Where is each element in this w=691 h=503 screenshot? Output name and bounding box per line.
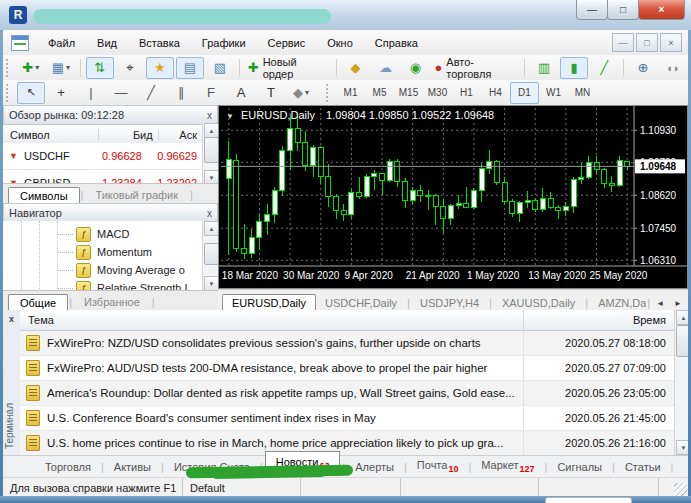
- crosshair-button[interactable]: +: [47, 82, 75, 104]
- chart-tab-1[interactable]: USDCHF,Daily: [316, 295, 406, 311]
- terminal-tab-маркет[interactable]: Маркет127: [473, 456, 542, 477]
- trendline-button[interactable]: ╱: [137, 82, 165, 104]
- timeframe-m5-button[interactable]: M5: [365, 82, 394, 104]
- news-row-0[interactable]: FxWirePro: NZD/USD consolidates previous…: [20, 331, 674, 356]
- news-row-1[interactable]: FxWirePro: AUD/USD tests 200-DMA resista…: [20, 356, 674, 381]
- terminal-tab-алерты[interactable]: Алерты: [347, 458, 402, 476]
- menu-item-2[interactable]: Вставка: [128, 33, 191, 53]
- chart-tab-2[interactable]: USDJPY,H4: [411, 295, 488, 311]
- auto-trading-button[interactable]: ●Авто-торговля: [431, 57, 519, 79]
- chart-tab-4[interactable]: AMZN,Daily: [589, 295, 646, 311]
- metaeditor-button[interactable]: ◆: [341, 57, 369, 79]
- equidistant-channel-button[interactable]: ∥: [167, 82, 195, 104]
- terminal-toggle-button[interactable]: ▤: [176, 57, 204, 79]
- strategy-tester-button[interactable]: ▧: [206, 57, 234, 79]
- chart-line-button[interactable]: ╱: [590, 57, 618, 79]
- market-watch-scrollbar[interactable]: ▲ ▼: [202, 123, 218, 185]
- cursor-button[interactable]: ↖: [17, 82, 45, 104]
- column-symbol[interactable]: Символ: [3, 129, 98, 141]
- navigator-tab-0[interactable]: Общие: [8, 294, 68, 311]
- text-button[interactable]: A: [227, 82, 255, 104]
- chevron-down-icon[interactable]: ▾: [35, 63, 39, 72]
- navigator-close-icon[interactable]: x: [207, 208, 212, 219]
- toolbar-grip[interactable]: [6, 59, 13, 77]
- zoom-in-button[interactable]: ⊕: [629, 57, 657, 79]
- scroll-left-icon[interactable]: ◄: [651, 299, 669, 308]
- menu-item-3[interactable]: Графики: [191, 33, 257, 53]
- column-time[interactable]: Время: [523, 310, 674, 330]
- resize-grip[interactable]: [674, 483, 687, 496]
- data-window-button[interactable]: ⌖: [116, 57, 144, 79]
- news-row-4[interactable]: U.S. home prices continue to rise in Mar…: [20, 431, 674, 456]
- new-order-button[interactable]: ✚Новый ордер: [245, 57, 331, 79]
- chart-tab-0[interactable]: EURUSD,Daily: [222, 294, 316, 311]
- text-label-button[interactable]: T: [257, 82, 285, 104]
- navigator-item-1[interactable]: ƒMomentum: [57, 243, 152, 261]
- terminal-close-icon[interactable]: x: [6, 314, 17, 325]
- navigator-item-0[interactable]: ƒMACD: [57, 225, 129, 243]
- chart-candles-button[interactable]: ▮: [560, 57, 588, 79]
- navigator-header: Навигатор x: [3, 203, 218, 223]
- terminal-tab-почта[interactable]: Почта10: [409, 456, 467, 477]
- menu-item-6[interactable]: Справка: [364, 33, 429, 53]
- terminal-tab-label: Торговля: [45, 461, 91, 473]
- terminal-tab-сигналы[interactable]: Сигналы: [549, 458, 610, 476]
- timeframe-m15-button[interactable]: M15: [394, 82, 423, 104]
- terminal-tab-активы[interactable]: Активы: [106, 458, 159, 476]
- child-minimize-button[interactable]: —: [612, 33, 634, 52]
- chat-button[interactable]: ◖◗: [659, 57, 687, 79]
- child-restore-button[interactable]: □: [636, 33, 658, 52]
- maximize-button[interactable]: □: [607, 0, 639, 20]
- timeframe-m1-button[interactable]: M1: [336, 82, 365, 104]
- signals-button[interactable]: ◉: [401, 57, 429, 79]
- fibonacci-button[interactable]: F: [197, 82, 225, 104]
- virtual-hosting-button[interactable]: ☁: [371, 57, 399, 79]
- market-watch-close-icon[interactable]: x: [207, 110, 212, 121]
- timeframe-h4-button[interactable]: H4: [481, 82, 510, 104]
- terminal-tab-статьи[interactable]: Статьи: [617, 458, 669, 476]
- child-close-button[interactable]: ×: [660, 33, 682, 52]
- column-bid[interactable]: Бид: [98, 129, 158, 141]
- scroll-right-icon[interactable]: ►: [669, 299, 687, 308]
- timeframe-d1-button[interactable]: D1: [510, 82, 539, 104]
- candlestick-chart[interactable]: 1.109301.097901.086201.074501.063101.096…: [219, 106, 687, 288]
- vertical-line-button[interactable]: |: [77, 82, 105, 104]
- menu-item-5[interactable]: Окно: [316, 33, 364, 53]
- menu-item-4[interactable]: Сервис: [257, 33, 317, 53]
- chevron-down-icon[interactable]: ▾: [66, 63, 70, 72]
- toolbar-grip[interactable]: [6, 84, 13, 102]
- news-row-3[interactable]: U.S. Conference Board's consumer sentime…: [20, 406, 674, 431]
- minimize-button[interactable]: —: [576, 0, 608, 20]
- market-watch-toggle-button[interactable]: ⇅: [86, 57, 114, 79]
- profiles-button[interactable]: ▦▾: [47, 57, 75, 79]
- timeframe-h1-button[interactable]: H1: [452, 82, 481, 104]
- terminal-tab-торговля[interactable]: Торговля: [37, 458, 99, 476]
- column-ask[interactable]: Аск: [158, 129, 202, 141]
- close-button[interactable]: ×: [638, 0, 685, 20]
- menu-item-1[interactable]: Вид: [86, 33, 128, 53]
- menu-item-0[interactable]: Файл: [37, 33, 86, 53]
- horizontal-line-button[interactable]: —: [107, 82, 135, 104]
- new-chart-button[interactable]: ✚▾: [17, 57, 45, 79]
- chart-collapse-icon[interactable]: ▼: [226, 112, 234, 121]
- toolbar-grip[interactable]: [326, 84, 333, 102]
- shapes-button[interactable]: ◆▾: [287, 82, 315, 104]
- chart-window[interactable]: 1.109301.097901.086201.074501.063101.096…: [218, 105, 688, 289]
- navigator-item-2[interactable]: ƒMoving Average o: [57, 261, 185, 279]
- market-watch-tab-1[interactable]: Тиковый график: [84, 187, 189, 203]
- tab-badge-count: 127: [520, 464, 535, 474]
- navigator-scrollbar[interactable]: ▲ ▼: [202, 221, 218, 291]
- navigator-tab-1[interactable]: Избранное: [73, 294, 151, 310]
- timeframe-m30-button[interactable]: M30: [423, 82, 452, 104]
- column-topic[interactable]: Тема: [20, 314, 523, 326]
- navigator-toggle-button[interactable]: ★: [146, 57, 174, 79]
- status-profile[interactable]: Default: [183, 478, 301, 497]
- chevron-down-icon[interactable]: ▾: [305, 88, 309, 97]
- market-watch-tab-0[interactable]: Символы: [8, 187, 80, 204]
- chart-tab-3[interactable]: XAUUSD,Daily: [493, 295, 584, 311]
- timeframe-w1-button[interactable]: W1: [539, 82, 568, 104]
- timeframe-mn-button[interactable]: MN: [568, 82, 597, 104]
- chart-bars-button[interactable]: ▥: [530, 57, 558, 79]
- market-watch-row-usdchf[interactable]: ▼USDCHF0.966280.96629: [3, 143, 202, 170]
- news-row-2[interactable]: America's Roundup: Dollar dented as risk…: [20, 381, 674, 406]
